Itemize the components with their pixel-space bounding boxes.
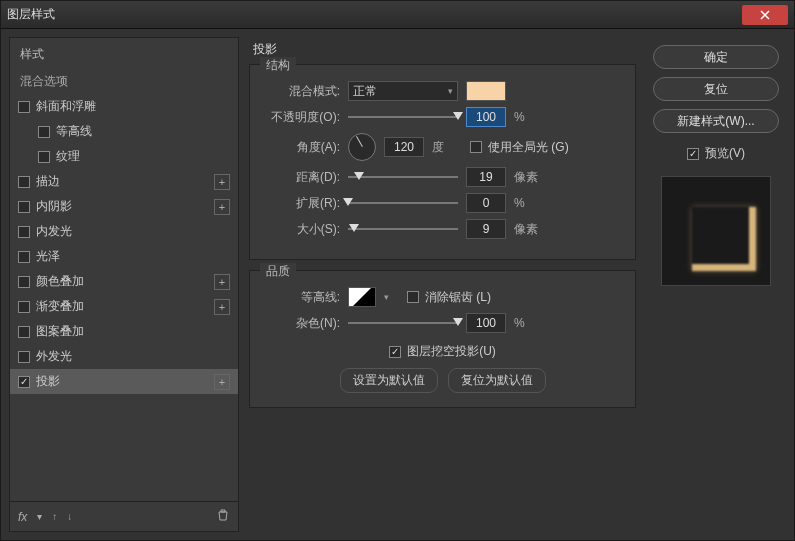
blend-mode-value: 正常: [353, 83, 377, 100]
knockout-label: 图层挖空投影(U): [407, 343, 496, 360]
add-effect-icon[interactable]: +: [214, 374, 230, 390]
reset-default-button[interactable]: 复位为默认值: [448, 368, 546, 393]
set-default-button[interactable]: 设置为默认值: [340, 368, 438, 393]
style-checkbox[interactable]: [18, 276, 30, 288]
style-item-9[interactable]: 图案叠加: [10, 319, 238, 344]
style-item-4[interactable]: 内阴影+: [10, 194, 238, 219]
new-style-button[interactable]: 新建样式(W)...: [653, 109, 779, 133]
spread-input[interactable]: [466, 193, 506, 213]
size-unit: 像素: [514, 221, 544, 238]
close-icon: [760, 10, 770, 20]
structure-legend: 结构: [260, 57, 296, 74]
close-button[interactable]: [742, 5, 788, 25]
style-label: 渐变叠加: [36, 298, 208, 315]
style-label: 描边: [36, 173, 208, 190]
spread-slider[interactable]: [348, 196, 458, 210]
add-effect-icon[interactable]: +: [214, 174, 230, 190]
style-checkbox[interactable]: [18, 326, 30, 338]
ok-button[interactable]: 确定: [653, 45, 779, 69]
style-label: 内阴影: [36, 198, 208, 215]
style-label: 光泽: [36, 248, 230, 265]
blend-mode-select[interactable]: 正常 ▾: [348, 81, 458, 101]
style-item-6[interactable]: 光泽: [10, 244, 238, 269]
style-checkbox[interactable]: [18, 251, 30, 263]
size-input[interactable]: [466, 219, 506, 239]
style-item-5[interactable]: 内发光: [10, 219, 238, 244]
distance-input[interactable]: [466, 167, 506, 187]
style-label: 图案叠加: [36, 323, 230, 340]
style-checkbox[interactable]: [18, 226, 30, 238]
style-item-0[interactable]: 斜面和浮雕: [10, 94, 238, 119]
blend-mode-label: 混合模式:: [262, 83, 340, 100]
style-label: 纹理: [56, 148, 230, 165]
preview-box: [661, 176, 771, 286]
knockout-checkbox[interactable]: [389, 346, 401, 358]
global-light-checkbox[interactable]: [470, 141, 482, 153]
preview-checkbox[interactable]: [687, 148, 699, 160]
style-item-7[interactable]: 颜色叠加+: [10, 269, 238, 294]
structure-group: 结构 混合模式: 正常 ▾ 不透明度(O): % 角度(A):: [249, 64, 636, 260]
add-effect-icon[interactable]: +: [214, 199, 230, 215]
antialias-checkbox[interactable]: [407, 291, 419, 303]
opacity-unit: %: [514, 110, 544, 124]
chevron-down-icon: ▾: [448, 86, 453, 96]
contour-caret-icon[interactable]: ▾: [384, 292, 389, 302]
distance-label: 距离(D):: [262, 169, 340, 186]
style-item-1[interactable]: 等高线: [10, 119, 238, 144]
fx-menu-icon[interactable]: ▾: [37, 511, 42, 522]
angle-unit: 度: [432, 139, 462, 156]
size-slider[interactable]: [348, 222, 458, 236]
style-checkbox[interactable]: [38, 151, 50, 163]
blend-options[interactable]: 混合选项: [10, 69, 238, 94]
style-label: 颜色叠加: [36, 273, 208, 290]
style-label: 内发光: [36, 223, 230, 240]
angle-dial[interactable]: [348, 133, 376, 161]
window-title: 图层样式: [7, 6, 742, 23]
add-effect-icon[interactable]: +: [214, 274, 230, 290]
distance-slider[interactable]: [348, 170, 458, 184]
shadow-color-swatch[interactable]: [466, 81, 506, 101]
opacity-label: 不透明度(O):: [262, 109, 340, 126]
noise-label: 杂色(N):: [262, 315, 340, 332]
angle-input[interactable]: [384, 137, 424, 157]
fx-label[interactable]: fx: [18, 510, 27, 524]
preview-shape: [692, 207, 756, 271]
contour-picker[interactable]: [348, 287, 376, 307]
move-up-icon[interactable]: ↑: [52, 511, 57, 522]
add-effect-icon[interactable]: +: [214, 299, 230, 315]
style-item-10[interactable]: 外发光: [10, 344, 238, 369]
style-checkbox[interactable]: [18, 301, 30, 313]
style-label: 等高线: [56, 123, 230, 140]
quality-group: 品质 等高线: ▾ 消除锯齿 (L) 杂色(N): %: [249, 270, 636, 408]
style-checkbox[interactable]: [18, 376, 30, 388]
trash-icon[interactable]: [216, 508, 230, 525]
styles-header: 样式: [10, 38, 238, 69]
style-checkbox[interactable]: [18, 351, 30, 363]
style-checkbox[interactable]: [38, 126, 50, 138]
style-item-11[interactable]: 投影+: [10, 369, 238, 394]
move-down-icon[interactable]: ↓: [67, 511, 72, 522]
style-checkbox[interactable]: [18, 101, 30, 113]
effect-title: 投影: [249, 37, 636, 64]
antialias-label: 消除锯齿 (L): [425, 289, 491, 306]
noise-unit: %: [514, 316, 544, 330]
angle-label: 角度(A):: [262, 139, 340, 156]
style-item-3[interactable]: 描边+: [10, 169, 238, 194]
spread-label: 扩展(R):: [262, 195, 340, 212]
styles-panel: 样式 混合选项 斜面和浮雕等高线纹理描边+内阴影+内发光光泽颜色叠加+渐变叠加+…: [9, 37, 239, 532]
preview-label: 预览(V): [705, 145, 745, 162]
style-item-8[interactable]: 渐变叠加+: [10, 294, 238, 319]
style-label: 外发光: [36, 348, 230, 365]
opacity-slider[interactable]: [348, 110, 458, 124]
global-light-label: 使用全局光 (G): [488, 139, 569, 156]
style-label: 投影: [36, 373, 208, 390]
noise-input[interactable]: [466, 313, 506, 333]
noise-slider[interactable]: [348, 316, 458, 330]
style-checkbox[interactable]: [18, 176, 30, 188]
quality-legend: 品质: [260, 263, 296, 280]
opacity-input[interactable]: [466, 107, 506, 127]
size-label: 大小(S):: [262, 221, 340, 238]
style-checkbox[interactable]: [18, 201, 30, 213]
style-item-2[interactable]: 纹理: [10, 144, 238, 169]
cancel-button[interactable]: 复位: [653, 77, 779, 101]
